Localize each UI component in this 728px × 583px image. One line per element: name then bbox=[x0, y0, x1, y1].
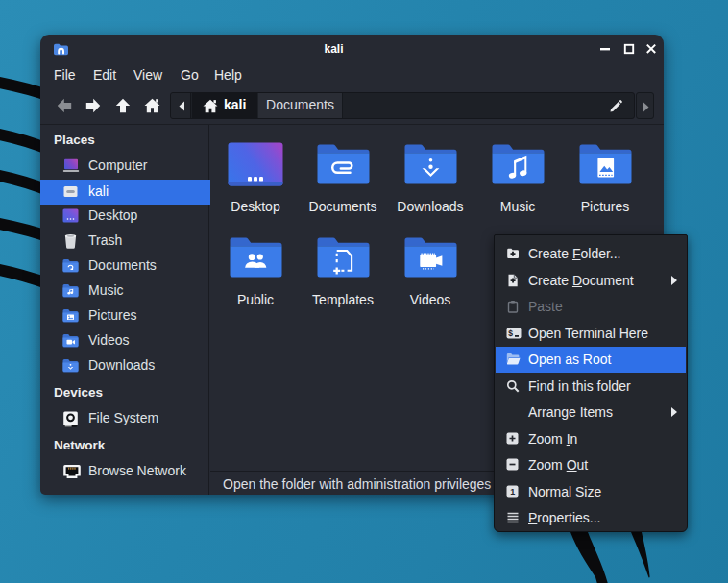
svg-text:1: 1 bbox=[510, 486, 515, 496]
svg-text:$: $ bbox=[508, 328, 513, 337]
